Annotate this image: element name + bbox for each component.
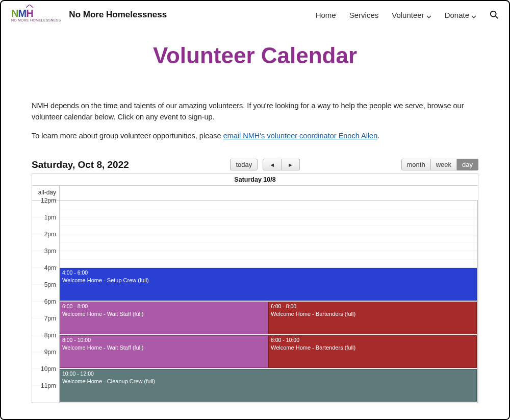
event-time: 8:00 - 10:00 <box>271 337 474 344</box>
nav-volunteer-label: Volunteer <box>392 11 424 19</box>
site-title: No More Homelessness <box>69 10 167 20</box>
event-setup-crew[interactable]: 4:00 - 6:00 Welcome Home - Setup Crew (f… <box>60 268 477 301</box>
event-title: Welcome Home - Bartenders (full) <box>271 310 474 317</box>
hour-label: 10pm <box>41 365 56 373</box>
volunteer-coordinator-email-link[interactable]: email NMH's volunteer coordinator Enoch … <box>223 132 378 140</box>
view-button-group: month week day <box>401 159 478 170</box>
allday-row: all-day <box>32 186 478 201</box>
nav-home[interactable]: Home <box>316 11 336 19</box>
event-time: 6:00 - 8:00 <box>62 303 266 310</box>
hour-label: 3pm <box>44 248 56 255</box>
main-nav: Home Services Volunteer Donate <box>316 10 499 19</box>
event-time: 4:00 - 6:00 <box>62 269 474 277</box>
chevron-down-icon <box>426 12 431 17</box>
chevron-down-icon <box>471 12 476 17</box>
svg-point-0 <box>491 11 496 17</box>
today-button[interactable]: today <box>230 159 258 170</box>
event-title: Welcome Home - Cleanup Crew (full) <box>62 378 474 385</box>
next-button[interactable]: ► <box>282 159 300 170</box>
day-header: Saturday 10/8 <box>32 174 478 186</box>
event-time: 8:00 - 10:00 <box>62 337 266 344</box>
hour-label: 8pm <box>44 332 56 339</box>
event-title: Welcome Home - Bartenders (full) <box>271 344 474 351</box>
nav-donate-label: Donate <box>445 11 469 19</box>
nav-home-label: Home <box>316 11 336 19</box>
calendar-grid: Saturday 10/8 all-day 12pm 1pm 2pm 3pm 4… <box>32 174 478 403</box>
intro-paragraph: NMH depends on the time and talents of o… <box>32 100 478 123</box>
week-view-button[interactable]: week <box>431 159 457 170</box>
nav-donate[interactable]: Donate <box>445 11 476 19</box>
search-button[interactable] <box>490 10 499 19</box>
calendar-date-title: Saturday, Oct 8, 2022 <box>32 159 129 170</box>
calendar-toolbar: Saturday, Oct 8, 2022 today ◄ ► month we… <box>32 159 478 170</box>
hour-label: 2pm <box>44 231 56 238</box>
event-wait-staff-1[interactable]: 6:00 - 8:00 Welcome Home - Wait Staff (f… <box>60 302 268 334</box>
event-title: Welcome Home - Setup Crew (full) <box>62 277 474 284</box>
hour-label: 6pm <box>44 298 56 305</box>
event-bartenders-1[interactable]: 6:00 - 8:00 Welcome Home - Bartenders (f… <box>268 302 477 334</box>
event-bartenders-2[interactable]: 8:00 - 10:00 Welcome Home - Bartenders (… <box>268 335 477 368</box>
allday-cell[interactable] <box>60 186 478 200</box>
hour-label: 4pm <box>44 264 56 271</box>
nav-button-group: ◄ ► <box>263 159 300 170</box>
hour-label: 9pm <box>44 349 56 356</box>
event-time: 10:00 - 12:00 <box>62 370 474 378</box>
event-wait-staff-2[interactable]: 8:00 - 10:00 Welcome Home - Wait Staff (… <box>60 335 268 368</box>
hour-label: 12pm <box>41 197 56 204</box>
page-title: Volunteer Calendar <box>1 43 509 68</box>
site-logo[interactable]: NMH NO MORE HOMELESSNESS No More Homeles… <box>11 8 167 22</box>
site-header: NMH NO MORE HOMELESSNESS No More Homeles… <box>1 1 509 29</box>
event-title: Welcome Home - Wait Staff (full) <box>62 310 266 317</box>
month-view-button[interactable]: month <box>401 159 431 170</box>
calendar: Saturday, Oct 8, 2022 today ◄ ► month we… <box>1 159 509 403</box>
svg-line-1 <box>496 16 498 19</box>
learn-suffix: . <box>377 132 379 140</box>
prev-button[interactable]: ◄ <box>263 159 282 170</box>
time-axis: 12pm 1pm 2pm 3pm 4pm 5pm 6pm 7pm 8pm 9pm… <box>32 201 60 403</box>
logo-tagline: NO MORE HOMELESSNESS <box>11 18 61 22</box>
hour-label: 1pm <box>44 214 56 221</box>
hour-label: 5pm <box>44 281 56 288</box>
intro-text: NMH depends on the time and talents of o… <box>1 100 509 141</box>
event-time: 6:00 - 8:00 <box>271 303 474 310</box>
event-cleanup-crew[interactable]: 10:00 - 12:00 Welcome Home - Cleanup Cre… <box>60 369 477 402</box>
learn-prefix: To learn more about group volunteer oppo… <box>32 132 223 140</box>
logo-mark: NMH <box>11 8 61 19</box>
nav-volunteer[interactable]: Volunteer <box>392 11 431 19</box>
hour-label: 7pm <box>44 315 56 322</box>
hour-label: 11pm <box>41 382 56 389</box>
day-view-button[interactable]: day <box>457 159 478 170</box>
nav-services[interactable]: Services <box>349 11 379 19</box>
event-title: Welcome Home - Wait Staff (full) <box>62 344 266 351</box>
time-slots[interactable]: 4:00 - 6:00 Welcome Home - Setup Crew (f… <box>60 201 478 403</box>
nav-services-label: Services <box>349 11 379 19</box>
learn-more-paragraph: To learn more about group volunteer oppo… <box>32 130 478 141</box>
search-icon <box>490 10 499 19</box>
